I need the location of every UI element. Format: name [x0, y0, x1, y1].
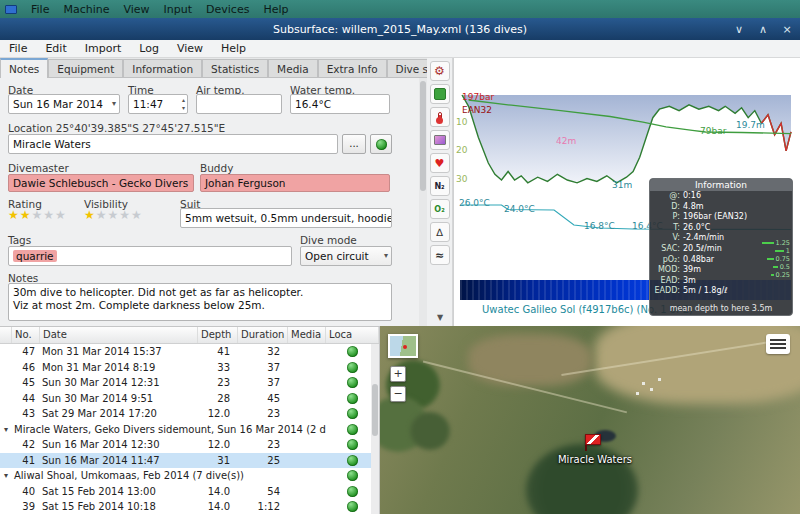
- scale-icon: [434, 88, 446, 100]
- location-globe-button[interactable]: [370, 134, 392, 154]
- depth-tick-10: 10: [456, 117, 467, 127]
- location-more-button[interactable]: ...: [342, 134, 366, 154]
- chevron-down-icon: ▾: [112, 99, 116, 108]
- ceiling-toggle-button[interactable]: ∆: [430, 222, 450, 242]
- dive-row[interactable]: 39Sat 15 Feb 2014 10:1814.01:12: [0, 499, 379, 514]
- dive-row[interactable]: 45Sun 30 Mar 2014 12:312337: [0, 375, 379, 391]
- dive-row[interactable]: 44Sun 30 Mar 2014 9:512845: [0, 391, 379, 407]
- end-pressure-label: 79bar: [700, 126, 726, 136]
- profile-info-box: Information @:0:16 D:4.8m P:196bar (EAN3…: [649, 178, 793, 316]
- dive-row[interactable]: 47Mon 31 Mar 2014 15:374132: [0, 344, 379, 360]
- dive-mode-select[interactable]: Open circuit ▾: [300, 246, 392, 266]
- dive-list-scrollbar[interactable]: [371, 344, 379, 514]
- titlebar[interactable]: Subsurface: willem_2015_May.xml (136 div…: [0, 18, 800, 40]
- trip-group-row[interactable]: ▾ Miracle Waters, Geko Divers sidemount,…: [0, 422, 379, 438]
- notes-scrollbar[interactable]: [419, 78, 427, 326]
- tags-field[interactable]: quarrie: [8, 246, 292, 266]
- group-expander-icon[interactable]: ▾: [0, 468, 12, 483]
- info-box-title: Information: [650, 179, 792, 191]
- map-menu-button[interactable]: [766, 334, 790, 354]
- water-temp-field[interactable]: 16.4°C: [290, 94, 390, 114]
- map-overview-inset[interactable]: [388, 334, 418, 358]
- vm-menu-devices[interactable]: Devices: [199, 3, 256, 16]
- col-media[interactable]: Media: [288, 327, 326, 343]
- tags-label: Tags: [8, 234, 31, 246]
- dive-row[interactable]: 46Mon 31 Mar 2014 8:193337: [0, 360, 379, 376]
- group-expander-icon[interactable]: ▾: [0, 422, 12, 437]
- window-title: Subsurface: willem_2015_May.xml (136 div…: [273, 23, 527, 36]
- scrollbar-thumb[interactable]: [420, 81, 426, 191]
- profile-settings-button[interactable]: ⚙: [430, 61, 450, 81]
- scale-toggle-button[interactable]: [430, 84, 450, 104]
- menu-file[interactable]: File: [0, 42, 36, 55]
- date-field[interactable]: Sun 16 Mar 2014 ▾: [8, 94, 120, 114]
- suit-field[interactable]: 5mm wetsuit, 0.5mm undersuit, hoodie: [180, 208, 392, 228]
- satellite-map[interactable]: + − Miracle Waters: [380, 326, 800, 514]
- building-dot: [658, 378, 661, 381]
- vm-menu-machine[interactable]: Machine: [56, 3, 116, 16]
- photo-icon: [434, 135, 446, 145]
- menu-import[interactable]: Import: [76, 42, 131, 55]
- time-field[interactable]: 11:47 ▴▾: [128, 94, 188, 114]
- col-no[interactable]: No.: [12, 327, 40, 343]
- menu-edit[interactable]: Edit: [36, 42, 75, 55]
- location-globe-icon: [347, 408, 358, 419]
- tab-notes[interactable]: Notes: [0, 58, 48, 78]
- vm-menu-file[interactable]: File: [24, 3, 56, 16]
- photos-toggle-button[interactable]: [430, 130, 450, 150]
- temperature-toggle-button[interactable]: [430, 107, 450, 127]
- rating-stars[interactable]: ★★★★★: [8, 208, 67, 222]
- dive-row[interactable]: 40Sat 15 Feb 2014 13:0014.054: [0, 484, 379, 500]
- menu-log[interactable]: Log: [130, 42, 168, 55]
- divemaster-field[interactable]: Dawie Schlebusch - Gecko Divers: [8, 174, 194, 192]
- zoom-in-button[interactable]: +: [390, 366, 406, 382]
- col-date[interactable]: Date: [40, 327, 198, 343]
- dive-flag-marker[interactable]: [585, 434, 601, 445]
- col-location[interactable]: Loca: [326, 327, 379, 343]
- tab-information[interactable]: Information: [123, 59, 202, 77]
- heart-rate-toggle-button[interactable]: ♥: [430, 153, 450, 173]
- spinner-icons[interactable]: ▴▾: [182, 96, 185, 112]
- close-button[interactable]: ×: [780, 23, 794, 36]
- heart-icon: ♥: [435, 157, 445, 170]
- visibility-stars[interactable]: ★★★★★: [84, 208, 143, 222]
- air-temp-field[interactable]: [196, 94, 282, 114]
- col-duration[interactable]: Duration: [238, 327, 288, 343]
- notes-textarea[interactable]: 30m dive to helicopter. Did not get as f…: [8, 283, 392, 321]
- dive-row-selected[interactable]: 41Sun 16 Mar 2014 11:473125: [0, 453, 379, 469]
- vm-menu-input[interactable]: Input: [157, 3, 199, 16]
- vm-menubar: File Machine View Input Devices Help: [0, 0, 800, 18]
- oxygen-graph-button[interactable]: O₂: [430, 199, 450, 219]
- toolbar-scroll-down-button[interactable]: ▼: [427, 313, 453, 322]
- minimize-button[interactable]: ∨: [732, 23, 746, 36]
- zoom-out-button[interactable]: −: [390, 386, 406, 402]
- vm-menu-view[interactable]: View: [116, 3, 156, 16]
- trip-group-row[interactable]: ▾ Aliwal Shoal, Umkomaas, Feb 2014 (7 di…: [0, 468, 379, 484]
- end-depth-label: 19.7m: [736, 120, 765, 130]
- location-field[interactable]: Miracle Waters: [8, 134, 338, 154]
- location-globe-icon: [347, 439, 358, 450]
- depth-tick-20: 20: [456, 145, 467, 155]
- col-depth[interactable]: Depth: [198, 327, 238, 343]
- scrollbar-thumb[interactable]: [372, 384, 378, 436]
- tab-extra-info[interactable]: Extra Info: [318, 59, 387, 77]
- maximize-button[interactable]: ∧: [756, 23, 770, 36]
- menu-view[interactable]: View: [168, 42, 212, 55]
- tab-equipment[interactable]: Equipment: [48, 59, 123, 77]
- tab-media[interactable]: Media: [268, 59, 318, 77]
- menu-help[interactable]: Help: [212, 42, 255, 55]
- tab-bar: Notes Equipment Information Statistics M…: [0, 58, 427, 78]
- location-globe-icon: [347, 424, 358, 435]
- dive-row[interactable]: 43Sat 29 Mar 2014 17:2012.023: [0, 406, 379, 422]
- temp-label-3: 16.8°C: [584, 221, 615, 231]
- terrain-patch: [410, 412, 450, 450]
- dive-row[interactable]: 42Sun 16 Mar 2014 12:3012.023: [0, 437, 379, 453]
- dive-profile-chart[interactable]: 197bar EAN32 10 20 30 42m 31m 79bar 19.7…: [453, 58, 800, 326]
- tissues-toggle-button[interactable]: ≈: [430, 245, 450, 265]
- buddy-field[interactable]: Johan Ferguson: [200, 174, 390, 192]
- vm-menu-help[interactable]: Help: [256, 3, 295, 16]
- tab-statistics[interactable]: Statistics: [202, 59, 268, 77]
- o2-icon: O₂: [434, 205, 444, 214]
- nitrogen-graph-button[interactable]: N₂: [430, 176, 450, 196]
- notes-panel: Date Time Air temp. Water temp. Sun 16 M…: [0, 78, 419, 326]
